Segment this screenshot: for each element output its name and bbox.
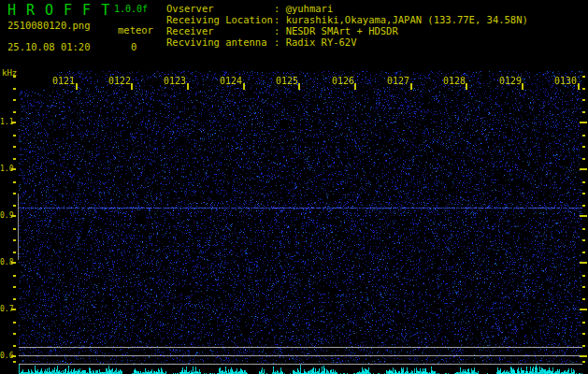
y-minor-tick-right <box>582 76 585 78</box>
x-minute-tick <box>354 83 356 90</box>
x-axis-tick-label: 0124 <box>220 77 242 86</box>
y-minor-tick-left <box>13 345 16 347</box>
spectrogram-canvas <box>19 71 582 374</box>
x-minute-tick <box>466 83 467 90</box>
x-axis-tick-label: 0129 <box>499 77 522 86</box>
station-info-row: Receiving Location: kurashiki,Okayama,JA… <box>166 14 528 25</box>
y-minor-tick-left <box>13 146 16 148</box>
y-minor-tick-left <box>13 275 16 277</box>
y-minor-tick-left <box>13 181 16 183</box>
y-minor-tick-right <box>582 298 585 300</box>
y-major-tick-right <box>580 168 587 170</box>
y-minor-tick-right <box>582 286 585 288</box>
app-title: HROFFT <box>7 4 120 18</box>
info-label: Receiving Location <box>166 14 274 25</box>
y-minor-tick-right <box>582 252 585 253</box>
y-minor-tick-right <box>582 135 585 137</box>
y-major-tick-right <box>580 262 587 264</box>
info-separator: : <box>274 3 286 14</box>
x-axis-tick-label: 0125 <box>276 77 298 86</box>
y-minor-tick-left <box>13 228 16 230</box>
x-axis-tick-label: 0122 <box>108 77 131 86</box>
y-minor-tick-left <box>13 333 16 335</box>
x-axis-tick-label: 0128 <box>443 77 466 86</box>
y-minor-tick-right <box>582 333 585 335</box>
x-axis-tick-label: 0121 <box>52 77 75 86</box>
y-minor-tick-right <box>582 205 585 207</box>
x-axis-tick-label: 0126 <box>332 77 354 86</box>
y-major-tick-left <box>11 215 16 217</box>
x-axis-tick-label: 0123 <box>164 77 186 86</box>
y-major-tick-right <box>580 215 587 217</box>
x-minute-tick <box>76 83 78 90</box>
station-info-row: Recviving antenna: Radix RY-62V <box>166 36 528 48</box>
app-version: 1.0.0f <box>114 5 148 14</box>
y-major-tick-right <box>580 355 587 357</box>
y-major-tick-right <box>580 309 587 310</box>
y-minor-tick-left <box>13 205 16 207</box>
y-minor-tick-right <box>582 181 585 183</box>
x-axis-tick-label: 0130 <box>554 77 577 86</box>
hrofft-screen: HROFFT 1.0.0f 2510080120.png meteor 25.1… <box>0 0 588 374</box>
observation-timestamp: 25.10.08 01:20 <box>7 42 91 52</box>
y-minor-tick-left <box>13 286 16 288</box>
y-minor-tick-right <box>582 158 585 160</box>
x-minute-tick <box>298 83 300 90</box>
y-major-tick-left <box>11 122 16 123</box>
y-minor-tick-left <box>13 76 16 78</box>
x-minute-tick <box>410 83 412 90</box>
info-label: Receiver <box>166 25 274 36</box>
station-info-row: Receiver: NESDR SMArt + HDSDR <box>166 25 528 36</box>
y-minor-tick-right <box>582 322 585 324</box>
x-minute-tick <box>187 83 189 90</box>
x-minute-tick <box>243 83 245 90</box>
x-minute-tick <box>131 83 133 90</box>
y-minor-tick-right <box>582 345 585 347</box>
station-info-row: Ovserver: @yuhmari <box>166 3 528 14</box>
y-minor-tick-left <box>13 158 16 160</box>
x-minute-tick <box>578 83 580 90</box>
y-minor-tick-right <box>582 361 585 363</box>
info-value: NESDR SMArt + HDSDR <box>286 25 398 36</box>
station-info-block: Ovserver: @yuhmariReceiving Location: ku… <box>166 3 528 48</box>
info-separator: : <box>274 25 286 36</box>
y-minor-tick-right <box>582 193 585 194</box>
y-minor-tick-left <box>13 135 16 137</box>
info-label: Recviving antenna <box>166 36 274 48</box>
y-minor-tick-left <box>13 322 16 324</box>
y-minor-tick-right <box>582 275 585 277</box>
y-minor-tick-right <box>582 228 585 230</box>
meteor-count-value: 0 <box>131 42 136 52</box>
y-major-tick-left <box>11 262 16 264</box>
x-minute-tick <box>522 83 523 90</box>
info-separator: : <box>274 14 286 25</box>
y-minor-tick-left <box>13 361 16 363</box>
y-minor-tick-right <box>582 239 585 241</box>
y-minor-tick-left <box>13 99 16 101</box>
info-label: Ovserver <box>166 3 274 14</box>
y-major-tick-left <box>11 355 16 357</box>
y-minor-tick-right <box>582 99 585 101</box>
y-major-tick-right <box>580 122 587 123</box>
y-minor-tick-left <box>13 239 16 241</box>
y-minor-tick-left <box>13 88 16 90</box>
y-minor-tick-left <box>13 252 16 253</box>
y-minor-tick-left <box>13 111 16 113</box>
info-value: kurashiki,Okayama,JAPAN (133.77E, 34.58N… <box>286 14 528 25</box>
y-minor-tick-left <box>13 298 16 300</box>
output-filename: 2510080120.png <box>7 21 91 31</box>
info-value: @yuhmari <box>286 3 334 14</box>
y-major-tick-left <box>11 168 16 170</box>
info-value: Radix RY-62V <box>286 36 357 48</box>
meteor-counter-label: meteor <box>118 25 153 36</box>
y-minor-tick-right <box>582 88 585 90</box>
y-minor-tick-right <box>582 146 585 148</box>
x-axis-tick-label: 0127 <box>387 77 409 86</box>
left-edge-marker-line <box>18 194 19 260</box>
y-major-tick-left <box>11 309 16 310</box>
y-minor-tick-right <box>582 111 585 113</box>
info-separator: : <box>274 36 286 48</box>
y-minor-tick-left <box>13 193 16 194</box>
